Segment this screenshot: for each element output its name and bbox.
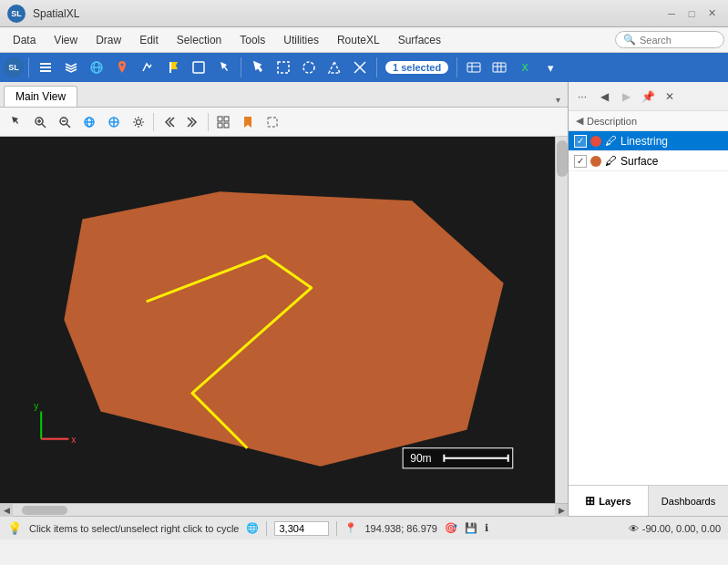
logo-btn[interactable]: SL	[4, 57, 24, 77]
toolbar-pin-btn[interactable]	[110, 56, 134, 79]
layers-tab-icon: ⊞	[585, 494, 595, 508]
hscroll-right[interactable]: ▶	[555, 504, 568, 517]
layer-name-surface: Surface	[620, 155, 658, 168]
svg-rect-13	[467, 63, 480, 72]
close-button[interactable]: ✕	[702, 5, 721, 22]
eye-icon: 👁	[629, 523, 639, 534]
toolbar-sel4-btn[interactable]	[323, 56, 346, 79]
zoom-in-btn[interactable]	[28, 110, 52, 134]
app-icon: SL	[7, 5, 26, 23]
tab-dropdown[interactable]: ▾	[552, 93, 564, 107]
save-icon: 💾	[465, 522, 477, 534]
svg-rect-35	[224, 123, 229, 128]
right-tabs: ⊞ Layers Dashboards	[569, 485, 728, 516]
tab-dashboards[interactable]: Dashboards	[649, 486, 728, 516]
toolbar-sep-1	[28, 57, 29, 77]
hscroll-left[interactable]: ◀	[0, 504, 13, 517]
menu-edit[interactable]: Edit	[130, 30, 168, 50]
menu-routexl[interactable]: RouteXL	[328, 30, 389, 50]
bookmark-btn[interactable]	[236, 110, 260, 134]
toolbar-sel1-btn[interactable]	[246, 56, 270, 79]
toolbar-flag-btn[interactable]	[161, 56, 185, 79]
right-back-btn[interactable]: ◀	[594, 87, 614, 107]
right-more-btn[interactable]: ···	[572, 87, 592, 107]
count-input[interactable]	[274, 521, 329, 536]
zoom-out-btn[interactable]	[53, 110, 77, 134]
toolbar-globe-btn[interactable]	[85, 56, 108, 79]
toolbar-sel2-btn[interactable]	[272, 56, 295, 79]
layer-check-linestring[interactable]: ✓	[574, 135, 587, 148]
layer-dot-linestring	[590, 136, 601, 147]
toolbar-route-btn[interactable]	[136, 56, 159, 79]
layer-item-surface[interactable]: ✓ 🖊 Surface	[569, 151, 728, 171]
status-hint: Click items to select/unselect right cli…	[29, 523, 239, 534]
right-panel: ··· ◀ ▶ 📌 ✕ ◀ Description ✓ 🖊 Linestring…	[569, 82, 728, 516]
right-close-btn[interactable]: ✕	[660, 87, 680, 107]
hscroll-thumb[interactable]	[22, 506, 67, 515]
map-panel: Main View ▾	[0, 82, 569, 516]
svg-text:x: x	[71, 435, 76, 445]
vertical-scrollbar[interactable]	[555, 137, 568, 503]
svg-rect-2	[40, 70, 51, 72]
layers-tab-label: Layers	[599, 496, 631, 507]
status-sep-1	[266, 521, 267, 536]
minimize-button[interactable]: ─	[662, 5, 681, 22]
grid-view-btn[interactable]	[211, 110, 235, 134]
toolbar-data-btn[interactable]	[34, 56, 57, 79]
menu-tools[interactable]: Tools	[231, 30, 274, 50]
svg-line-25	[67, 124, 70, 128]
svg-rect-7	[193, 62, 204, 73]
main-view-tab[interactable]: Main View	[4, 86, 77, 107]
layer-check-surface[interactable]: ✓	[574, 155, 587, 168]
layer-item-linestring[interactable]: ✓ 🖊 Linestring	[569, 131, 728, 151]
layers-back-icon[interactable]: ◀	[576, 115, 583, 127]
menu-selection[interactable]: Selection	[168, 30, 231, 50]
menubar: Data View Draw Edit Selection Tools Util…	[0, 27, 728, 53]
horizontal-scrollbar[interactable]: ◀ ▶	[0, 503, 568, 516]
svg-point-9	[303, 62, 314, 73]
globe-fit-btn[interactable]	[102, 110, 126, 134]
svg-rect-6	[169, 62, 171, 73]
menu-surfaces[interactable]: Surfaces	[389, 30, 450, 50]
right-pin-btn[interactable]: 📌	[638, 87, 658, 107]
search-input[interactable]	[640, 35, 713, 46]
back-btn[interactable]	[157, 110, 180, 134]
map-view[interactable]: 90m y x	[0, 137, 568, 503]
svg-line-21	[42, 124, 46, 128]
main-toolbar: SL 1 selected	[0, 53, 728, 82]
titlebar: SL SpatialXL ─ □ ✕	[0, 0, 728, 27]
toolbar-sep-4	[456, 57, 457, 77]
toolbar-sep-3	[376, 57, 377, 77]
statusbar: 💡 Click items to select/unselect right c…	[0, 516, 728, 539]
layer-icon-linestring: 🖊	[605, 134, 617, 148]
menu-draw[interactable]: Draw	[87, 30, 130, 50]
toolbar-table-btn[interactable]	[462, 56, 486, 79]
toolbar-grid-btn[interactable]	[487, 56, 511, 79]
toolbar-sel3-btn[interactable]	[297, 56, 321, 79]
flag-btn[interactable]	[261, 110, 284, 134]
toolbar-shape-btn[interactable]	[187, 56, 210, 79]
dashboards-tab-label: Dashboards	[661, 496, 715, 507]
toolbar-more-btn[interactable]: ▾	[538, 56, 562, 79]
menu-view[interactable]: View	[45, 30, 87, 50]
toolbar-excel-btn[interactable]: X	[513, 56, 537, 79]
toolbar-layers-btn[interactable]	[59, 56, 83, 79]
svg-rect-32	[218, 117, 222, 121]
menu-data[interactable]: Data	[4, 30, 45, 50]
svg-rect-16	[493, 63, 506, 72]
forward-btn[interactable]	[181, 110, 205, 134]
view-coord-text: -90.00, 0.00, 0.00	[642, 523, 721, 534]
globe-zoom-btn[interactable]	[77, 110, 101, 134]
layers-description-label: Description	[587, 116, 637, 127]
settings-btn[interactable]	[127, 110, 150, 134]
svg-rect-8	[278, 62, 289, 73]
menu-utilities[interactable]: Utilities	[274, 30, 328, 50]
hscroll-track[interactable]	[13, 504, 555, 516]
toolbar-cross-btn[interactable]	[348, 56, 372, 79]
layer-dot-surface	[590, 156, 601, 167]
search-box[interactable]: 🔍	[615, 31, 724, 48]
select-arrow-btn[interactable]	[4, 110, 27, 134]
tab-layers[interactable]: ⊞ Layers	[569, 486, 649, 516]
maximize-button[interactable]: □	[682, 5, 701, 22]
toolbar-select-btn[interactable]	[212, 56, 236, 79]
